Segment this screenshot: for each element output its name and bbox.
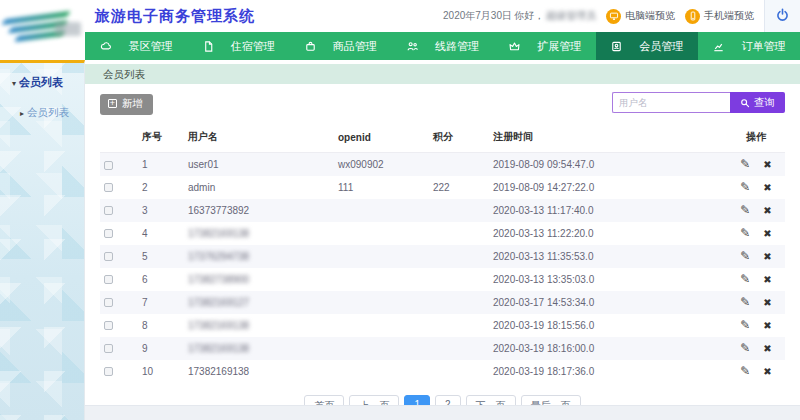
delete-icon[interactable]: ✖ (763, 297, 771, 308)
caret-right-icon: ▸ (20, 109, 24, 118)
footer-strip (85, 405, 800, 420)
nav-label: 会员管理 (639, 39, 683, 54)
cell-openid: wx090902 (334, 153, 429, 176)
delete-icon[interactable]: ✖ (763, 274, 771, 285)
nav-label: 扩展管理 (537, 39, 581, 54)
delete-icon[interactable]: ✖ (763, 320, 771, 331)
breadcrumb: 会员列表 (85, 64, 800, 84)
add-button[interactable]: + 新增 (100, 94, 153, 115)
search-button[interactable]: 查询 (730, 92, 785, 113)
table-row: 9 17382169138 2020-03-19 18:16:00.0 ✎✖ (100, 337, 785, 360)
cell-regtime: 2020-03-19 18:16:00.0 (489, 337, 727, 360)
power-icon (775, 8, 790, 25)
edit-icon[interactable]: ✎ (740, 341, 750, 355)
nav-item-extension[interactable]: 扩展管理 (494, 32, 596, 60)
phone-icon (685, 9, 700, 24)
sidebar-group-member-list[interactable]: ▾会员列表 (0, 63, 84, 90)
nav-item-route[interactable]: 线路管理 (391, 32, 493, 60)
edit-icon[interactable]: ✎ (740, 180, 750, 194)
cell-points (429, 337, 489, 360)
cell-regtime: 2020-03-17 14:53:34.0 (489, 291, 727, 314)
table-row: 1 user01 wx090902 2019-08-09 09:54:47.0 … (100, 153, 785, 176)
nav-label: 景区管理 (129, 39, 173, 54)
cell-no: 8 (138, 314, 184, 337)
cell-username: 17382169127 (184, 291, 334, 314)
col-username: 用户名 (184, 122, 334, 153)
admin-name: 超级管理员 (546, 9, 596, 23)
delete-icon[interactable]: ✖ (763, 159, 771, 170)
edit-icon[interactable]: ✎ (740, 318, 750, 332)
top-header: 旅游电子商务管理系统 2020年7月30日 你好， 超级管理员 电脑端预览 手机… (0, 0, 800, 32)
table-row: 7 17382169127 2020-03-17 14:53:34.0 ✎✖ (100, 291, 785, 314)
col-openid: openid (334, 122, 429, 153)
row-checkbox[interactable] (104, 206, 113, 215)
company-logo (0, 0, 85, 60)
table-row: 2 admin 111 222 2019-08-09 14:27:22.0 ✎✖ (100, 176, 785, 199)
nav-item-lodging[interactable]: 住宿管理 (187, 32, 289, 60)
nav-label: 商品管理 (333, 39, 377, 54)
cell-openid (334, 360, 429, 383)
col-regtime: 注册时间 (489, 122, 727, 153)
delete-icon[interactable]: ✖ (763, 251, 771, 262)
cell-no: 1 (138, 153, 184, 176)
edit-icon[interactable]: ✎ (740, 364, 750, 378)
mobile-preview-button[interactable]: 手机端预览 (685, 9, 754, 24)
greeting-text: 2020年7月30日 你好， 超级管理员 (443, 9, 596, 23)
row-checkbox[interactable] (104, 321, 113, 330)
edit-icon[interactable]: ✎ (740, 226, 750, 240)
row-checkbox[interactable] (104, 275, 113, 284)
cell-openid: 111 (334, 176, 429, 199)
add-button-label: 新增 (122, 97, 143, 111)
row-checkbox[interactable] (104, 367, 113, 376)
delete-icon[interactable]: ✖ (763, 228, 771, 239)
edit-icon[interactable]: ✎ (740, 295, 750, 309)
search-input[interactable] (612, 92, 730, 113)
col-no: 序号 (138, 122, 184, 153)
delete-icon[interactable]: ✖ (763, 182, 771, 193)
cell-regtime: 2020-03-13 11:35:53.0 (489, 245, 727, 268)
cell-username: 17382169138 (184, 222, 334, 245)
delete-icon[interactable]: ✖ (763, 366, 771, 377)
cell-points (429, 291, 489, 314)
edit-icon[interactable]: ✎ (740, 157, 750, 171)
row-checkbox[interactable] (104, 183, 113, 192)
sidebar-item-member-list[interactable]: ▸会员列表 (0, 106, 84, 120)
monitor-icon (606, 9, 621, 24)
row-checkbox[interactable] (104, 229, 113, 238)
edit-icon[interactable]: ✎ (740, 272, 750, 286)
cell-regtime: 2020-03-13 13:35:03.0 (489, 268, 727, 291)
cell-regtime: 2020-03-13 11:22:20.0 (489, 222, 727, 245)
cell-no: 9 (138, 337, 184, 360)
cell-points (429, 268, 489, 291)
edit-icon[interactable]: ✎ (740, 203, 750, 217)
logout-power-button[interactable] (764, 0, 800, 32)
pc-preview-button[interactable]: 电脑端预览 (606, 9, 675, 24)
delete-icon[interactable]: ✖ (763, 205, 771, 216)
delete-icon[interactable]: ✖ (763, 343, 771, 354)
header-right: 2020年7月30日 你好， 超级管理员 电脑端预览 手机端预览 (443, 0, 800, 32)
cell-regtime: 2019-08-09 14:27:22.0 (489, 176, 727, 199)
table-row: 6 17382738900 2020-03-13 13:35:03.0 ✎✖ (100, 268, 785, 291)
cell-username: 17376294738 (184, 245, 334, 268)
cell-username: 17382169138 (184, 314, 334, 337)
sidebar: ▾会员列表 ▸会员列表 (0, 60, 85, 420)
nav-item-scenic[interactable]: 景区管理 (85, 32, 187, 60)
row-checkbox[interactable] (104, 298, 113, 307)
greeting-label: 你好， (514, 9, 544, 23)
order-icon (712, 40, 725, 53)
cell-openid (334, 245, 429, 268)
cell-regtime: 2019-08-09 09:54:47.0 (489, 153, 727, 176)
cell-points (429, 360, 489, 383)
cell-openid (334, 337, 429, 360)
nav-item-order[interactable]: 订单管理 (698, 32, 800, 60)
row-checkbox[interactable] (104, 252, 113, 261)
row-checkbox[interactable] (104, 161, 113, 170)
nav-item-goods[interactable]: 商品管理 (289, 32, 391, 60)
search-icon (740, 98, 750, 108)
cell-points (429, 153, 489, 176)
edit-icon[interactable]: ✎ (740, 249, 750, 263)
nav-item-member[interactable]: 会员管理 (596, 32, 698, 60)
row-checkbox[interactable] (104, 344, 113, 353)
app-title: 旅游电子商务管理系统 (95, 7, 255, 26)
current-date: 2020年7月30日 (443, 9, 512, 23)
